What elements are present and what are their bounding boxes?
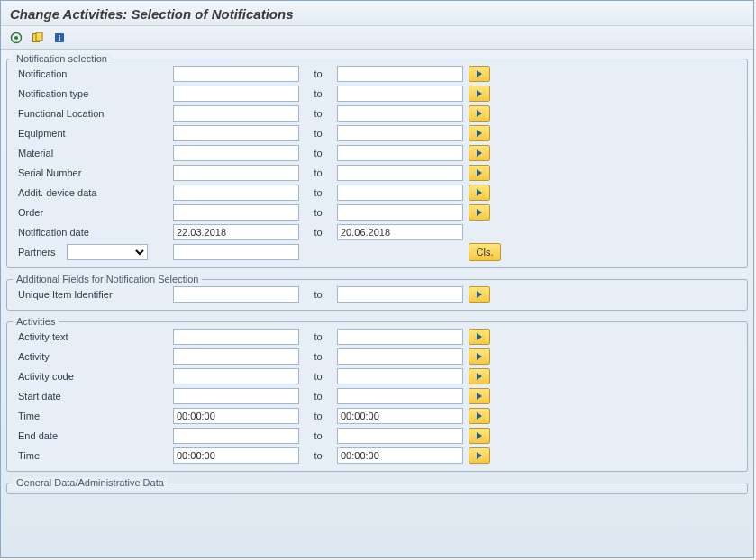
input-activity-from[interactable] <box>173 348 299 365</box>
variant-icon[interactable] <box>30 30 46 46</box>
to-label: to <box>305 450 332 461</box>
input-time1-to[interactable] <box>337 408 463 424</box>
info-icon[interactable] <box>51 30 68 46</box>
arrow-right-icon <box>477 353 482 360</box>
label-enddate: End date <box>14 430 168 441</box>
input-startdate-to[interactable] <box>337 388 463 404</box>
input-acttext-from[interactable] <box>173 329 299 345</box>
input-uii-to[interactable] <box>337 286 463 303</box>
input-notification-to[interactable] <box>337 66 463 82</box>
multiselect-button[interactable] <box>469 329 490 345</box>
input-notifdate-to[interactable] <box>337 224 463 240</box>
input-material-from[interactable] <box>173 145 299 161</box>
svg-rect-6 <box>59 37 60 41</box>
input-enddate-from[interactable] <box>173 428 299 444</box>
group-legend-general: General Data/Administrative Data <box>13 477 168 488</box>
label-order: Order <box>14 207 168 218</box>
label-partners: Partners <box>14 247 56 257</box>
to-label: to <box>305 88 332 99</box>
label-notifdate: Notification date <box>14 227 168 238</box>
row-material: Material to <box>14 143 740 163</box>
arrow-right-icon <box>477 412 482 420</box>
select-partners[interactable] <box>67 244 148 260</box>
input-serial-to[interactable] <box>337 165 463 181</box>
group-general-data: General Data/Administrative Data <box>6 477 748 494</box>
input-funcloc-from[interactable] <box>173 105 299 122</box>
label-actcode: Activity code <box>14 371 168 382</box>
row-addit-device-data: Addit. device data to <box>14 183 740 203</box>
label-startdate: Start date <box>14 391 168 402</box>
multiselect-button[interactable] <box>469 388 490 404</box>
cls-button[interactable]: Cls. <box>469 243 501 261</box>
row-notification-type: Notification type to <box>14 84 740 104</box>
input-enddate-to[interactable] <box>337 428 463 444</box>
arrow-right-icon <box>477 333 482 340</box>
input-uii-from[interactable] <box>173 286 299 303</box>
input-notiftype-to[interactable] <box>337 86 463 102</box>
arrow-right-icon <box>477 130 482 137</box>
label-notification-type: Notification type <box>14 88 168 99</box>
multiselect-button[interactable] <box>469 204 490 221</box>
input-time1-from[interactable] <box>173 408 299 424</box>
input-partners-value[interactable] <box>173 244 299 260</box>
to-label: to <box>305 351 332 362</box>
input-time2-from[interactable] <box>173 447 299 464</box>
input-activity-to[interactable] <box>337 348 463 365</box>
input-notiftype-from[interactable] <box>173 86 299 102</box>
group-notification-selection: Notification selection Notification to N… <box>6 53 748 268</box>
input-actcode-to[interactable] <box>337 368 463 384</box>
label-material: Material <box>14 148 168 158</box>
arrow-right-icon <box>477 209 482 216</box>
execute-icon[interactable] <box>8 30 24 46</box>
multiselect-button[interactable] <box>469 408 490 424</box>
row-notification: Notification to <box>14 64 740 84</box>
input-order-from[interactable] <box>173 204 299 221</box>
multiselect-button[interactable] <box>469 185 490 201</box>
group-legend-notif: Notification selection <box>13 53 111 64</box>
to-label: to <box>305 167 332 178</box>
arrow-right-icon <box>477 110 482 117</box>
svg-rect-3 <box>36 32 42 41</box>
to-label: to <box>305 148 332 158</box>
input-time2-to[interactable] <box>337 447 463 464</box>
row-start-date: Start date to <box>14 386 740 406</box>
arrow-right-icon <box>477 169 482 176</box>
multiselect-button[interactable] <box>469 447 490 464</box>
multiselect-button[interactable] <box>469 105 490 122</box>
input-acttext-to[interactable] <box>337 329 463 345</box>
label-addit: Addit. device data <box>14 187 168 198</box>
multiselect-button[interactable] <box>469 368 490 384</box>
input-order-to[interactable] <box>337 204 463 221</box>
to-label: to <box>305 371 332 382</box>
input-addit-from[interactable] <box>173 185 299 201</box>
input-actcode-from[interactable] <box>173 368 299 384</box>
label-time2: Time <box>14 450 168 461</box>
input-equipment-from[interactable] <box>173 125 299 141</box>
to-label: to <box>305 289 332 300</box>
multiselect-button[interactable] <box>469 286 490 303</box>
input-equipment-to[interactable] <box>337 125 463 141</box>
toolbar <box>1 26 753 50</box>
input-funcloc-to[interactable] <box>337 105 463 122</box>
input-notifdate-from[interactable] <box>173 224 299 240</box>
row-unique-item-identifier: Unique Item Identifier to <box>14 285 740 304</box>
to-label: to <box>305 108 332 119</box>
input-material-to[interactable] <box>337 145 463 161</box>
multiselect-button[interactable] <box>469 66 490 82</box>
input-startdate-from[interactable] <box>173 388 299 404</box>
multiselect-button[interactable] <box>469 165 490 181</box>
multiselect-button[interactable] <box>469 348 490 365</box>
group-activities: Activities Activity text to Activity to <box>6 316 748 472</box>
group-additional-fields: Additional Fields for Notification Selec… <box>6 274 748 311</box>
input-serial-from[interactable] <box>173 165 299 181</box>
label-uii: Unique Item Identifier <box>14 289 168 300</box>
input-addit-to[interactable] <box>337 185 463 201</box>
arrow-right-icon <box>477 452 482 459</box>
multiselect-button[interactable] <box>469 86 490 102</box>
arrow-right-icon <box>477 291 482 298</box>
input-notification-from[interactable] <box>173 66 299 82</box>
multiselect-button[interactable] <box>469 145 490 161</box>
app-window: Change Activities: Selection of Notifica… <box>0 0 754 558</box>
multiselect-button[interactable] <box>469 125 490 141</box>
multiselect-button[interactable] <box>469 428 490 444</box>
